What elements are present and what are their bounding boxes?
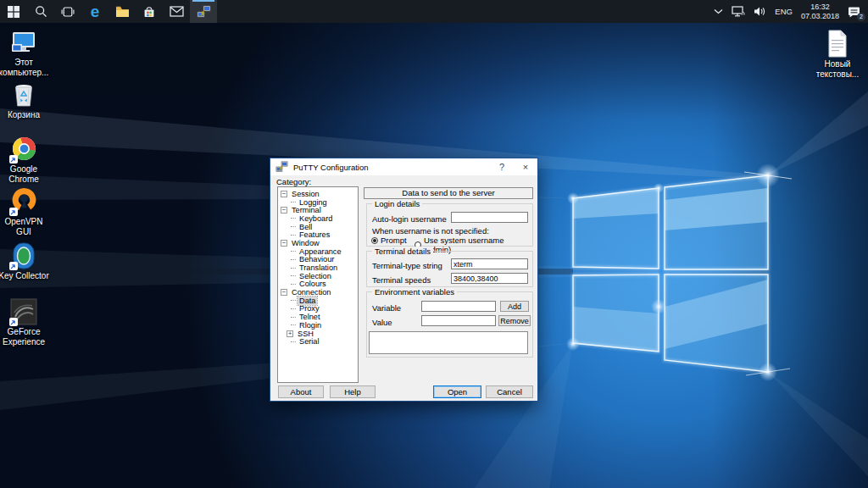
edge-button[interactable]: e — [81, 0, 108, 23]
tree-item-label: Rlogin — [298, 321, 323, 330]
window-help-button[interactable]: ? — [490, 158, 514, 175]
taskbar-search-button[interactable] — [27, 0, 54, 23]
tree-item-label: Telnet — [298, 313, 322, 321]
tree-item-label: Session — [290, 190, 321, 198]
tree-item-serial[interactable]: Serial — [278, 337, 358, 346]
tree-item-proxy[interactable]: Proxy — [278, 305, 358, 313]
mail-button[interactable] — [163, 0, 190, 23]
window-title: PuTTY Configuration — [293, 163, 490, 172]
tree-item-session[interactable]: −Session — [278, 190, 358, 198]
tree-item-data[interactable]: Data — [278, 297, 358, 305]
store-button[interactable] — [136, 0, 163, 23]
desktop-icon-key-collector[interactable]: Key Collector — [0, 241, 54, 281]
tree-item-label: Keyboard — [298, 214, 334, 223]
store-icon — [142, 5, 156, 19]
tree-item-appearance[interactable]: Appearance — [278, 247, 358, 256]
tree-item-label: Selection — [298, 272, 333, 280]
collapse-icon[interactable]: − — [281, 191, 287, 197]
tree-connector — [291, 317, 296, 318]
collapse-icon[interactable]: − — [281, 289, 287, 296]
file-explorer-icon — [115, 5, 130, 18]
tree-item-colours[interactable]: Colours — [278, 280, 358, 289]
tree-item-keyboard[interactable]: Keyboard — [278, 214, 358, 223]
environment-variables-list[interactable] — [369, 331, 528, 354]
tray-time: 16:32 — [801, 3, 839, 12]
network-icon — [732, 6, 745, 17]
desktop-icon-openvpn-gui[interactable]: OpenVPN GUI — [0, 187, 54, 236]
desktop-icon-geforce-experience[interactable]: GeForce Experience — [0, 297, 54, 347]
tree-item-behaviour[interactable]: Behaviour — [278, 256, 358, 264]
environment-variables-legend: Environment variables — [372, 287, 457, 297]
putty-window-icon — [275, 161, 288, 173]
tree-connector — [291, 235, 296, 236]
shortcut-arrow-icon — [9, 155, 18, 164]
tree-item-connection[interactable]: −Connection — [278, 288, 358, 297]
tree-connector — [291, 268, 296, 269]
tree-item-label: Bell — [298, 223, 314, 231]
shortcut-arrow-icon — [9, 318, 18, 326]
tree-item-ssh[interactable]: +SSH — [278, 330, 358, 338]
icon-label: OpenVPN — [4, 217, 42, 227]
desktop-icon-recycle-bin[interactable]: Корзина — [0, 80, 54, 120]
window-titlebar[interactable]: PuTTY Configuration ? × — [270, 158, 537, 175]
system-tray: ENG 16:32 07.03.2018 2 — [709, 0, 868, 23]
tree-item-label: Behaviour — [298, 255, 336, 263]
tree-item-label: Translation — [298, 263, 339, 272]
add-button[interactable]: Add — [500, 301, 529, 312]
open-button[interactable]: Open — [433, 385, 481, 398]
desktop-icon-google-chrome[interactable]: Google Chrome — [0, 135, 54, 184]
icon-label: Chrome — [8, 175, 39, 185]
tree-item-label: Serial — [298, 337, 321, 346]
tray-show-hidden-icons[interactable] — [709, 0, 727, 23]
tree-item-features[interactable]: Features — [278, 230, 358, 239]
expand-icon[interactable]: + — [287, 330, 293, 337]
tree-item-label: Terminal — [290, 206, 323, 214]
icon-label: Новый — [816, 59, 859, 69]
variable-label: Variable — [372, 303, 401, 313]
shortcut-arrow-icon — [9, 262, 18, 270]
terminal-type-input[interactable] — [451, 258, 528, 269]
radio-prompt[interactable]: Prompt — [371, 236, 407, 245]
icon-label: Key Collector — [0, 271, 49, 281]
file-explorer-button[interactable] — [108, 0, 136, 23]
desktop-screen: e — [0, 0, 868, 488]
collapse-icon[interactable]: − — [281, 207, 287, 214]
about-button[interactable]: About — [278, 385, 324, 398]
tray-network-button[interactable] — [727, 0, 749, 23]
tree-item-label: Features — [298, 230, 331, 239]
tree-item-selection[interactable]: Selection — [278, 272, 358, 280]
tree-item-translation[interactable]: Translation — [278, 263, 358, 272]
task-view-button[interactable] — [54, 0, 81, 23]
tree-item-label: Proxy — [298, 304, 321, 313]
start-button[interactable] — [0, 0, 27, 23]
terminal-speeds-input[interactable] — [451, 273, 528, 284]
desktop-icon-new-text-document[interactable]: Новый текстовы... — [807, 30, 868, 79]
collapse-icon[interactable]: − — [281, 240, 287, 247]
cancel-button[interactable]: Cancel — [486, 385, 533, 398]
tree-item-telnet[interactable]: Telnet — [278, 313, 358, 321]
tree-item-window[interactable]: −Window — [278, 239, 358, 247]
tree-connector — [291, 251, 296, 252]
window-footer: About Help Open Cancel — [270, 385, 537, 398]
tree-connector — [291, 300, 296, 301]
help-button[interactable]: Help — [330, 385, 376, 398]
tree-item-logging[interactable]: Logging — [278, 198, 358, 207]
tree-item-rlogin[interactable]: Rlogin — [278, 321, 358, 330]
desktop-icon-this-pc[interactable]: Этот компьютер... — [0, 28, 54, 77]
radio-prompt-label: Prompt — [381, 236, 407, 245]
remove-button[interactable]: Remove — [498, 315, 531, 326]
action-center-button[interactable]: 2 — [843, 0, 865, 23]
tree-item-terminal[interactable]: −Terminal — [278, 206, 358, 214]
icon-label: Experience — [3, 337, 45, 347]
putty-taskbar-button[interactable] — [190, 0, 217, 23]
autologin-username-input[interactable] — [451, 212, 528, 223]
window-close-button[interactable]: × — [514, 158, 537, 175]
value-input[interactable] — [421, 315, 496, 326]
terminal-type-label: Terminal-type string — [372, 261, 442, 270]
tray-volume-button[interactable] — [749, 0, 771, 23]
tray-language-indicator[interactable]: ENG — [771, 0, 797, 23]
tree-item-bell[interactable]: Bell — [278, 223, 358, 231]
radio-selected-icon — [371, 237, 378, 244]
tray-clock[interactable]: 16:32 07.03.2018 — [797, 0, 843, 23]
variable-input[interactable] — [421, 301, 496, 312]
